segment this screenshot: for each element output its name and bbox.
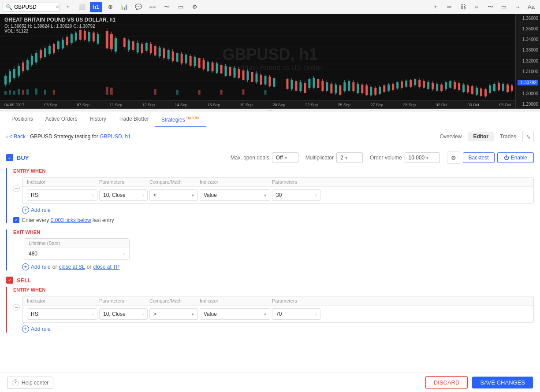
back-button[interactable]: ‹ < Back (6, 133, 26, 140)
buy-entry-checkbox[interactable]: ✓ (13, 217, 19, 223)
h1-timeframe-button[interactable]: h1 (90, 2, 102, 12)
layout-button[interactable]: ⬜ (76, 2, 88, 12)
sell-add-icon: + (22, 325, 29, 333)
expand-button[interactable]: ⤡ (522, 131, 534, 142)
buy-ticks-link[interactable]: 0.003 ticks below (51, 217, 91, 223)
chart-type-button[interactable]: 📊 (118, 2, 130, 12)
buy-indicator2-select[interactable]: Value ▾ (200, 189, 270, 201)
max-open-deals-select[interactable]: Off ▾ (272, 152, 298, 163)
plus-icon: ✕ (56, 4, 59, 9)
help-center-button[interactable]: ? Help center (7, 377, 53, 389)
sell-indicator-select[interactable]: RSI › (27, 308, 97, 320)
buy-exit-rule-table: Lifetime (Bars) 480 › (24, 238, 130, 260)
magnet-button[interactable]: ⛓ (457, 2, 469, 12)
wave-button[interactable]: 〜 (484, 2, 496, 12)
buy-add-rule-button[interactable]: Add rule (31, 207, 51, 213)
buy-ind2-chevron: ▾ (264, 193, 266, 198)
sell-add-rule-button[interactable]: Add rule (31, 326, 51, 332)
buy-label: BUY (17, 155, 29, 161)
sell-rule-header: Indicator Parameters Compare/Math Indica… (22, 296, 533, 306)
indicators-button[interactable]: 💬 (132, 2, 145, 12)
order-volume-chevron-icon: ▾ (426, 155, 428, 160)
tab-history[interactable]: History (83, 112, 112, 126)
pencil-button[interactable]: ✏ (443, 2, 455, 12)
multiplicator-select[interactable]: 2 ▾ (336, 152, 363, 163)
right-tools: + ✏ ⛓ ≡ 〜 ▭ → Aa (429, 2, 537, 12)
sell-parameters-select[interactable]: 10, Close › (99, 308, 148, 320)
price-2: 1.35000 (518, 26, 538, 31)
svg-rect-136 (106, 87, 108, 95)
tab-editor[interactable]: Editor (468, 132, 494, 141)
sell-rule-line: − (13, 296, 19, 311)
settings-button[interactable]: ⚙ (447, 152, 460, 164)
object-tree-button[interactable]: ▭ (175, 2, 187, 12)
backtest-button[interactable]: Backtest (463, 152, 495, 163)
settings-chart-button[interactable]: ⚙ (189, 2, 201, 12)
crosshair-button[interactable]: ⊕ (104, 2, 116, 12)
order-volume-select[interactable]: 10 000 ▾ (405, 152, 440, 163)
editor-buy-section: ✓ BUY Max. open deals Off ▾ Multiplicato… (0, 146, 540, 344)
svg-rect-129 (13, 91, 15, 95)
tab-trade-blotter[interactable]: Trade Blotter (112, 112, 155, 126)
strategy-editor: ‹ < Back GBPUSD Strategy testing for GBP… (0, 127, 540, 392)
plus-right-button[interactable]: + (429, 2, 442, 12)
lifetime-col-label: Lifetime (Bars) (29, 240, 60, 246)
strategy-title-link[interactable]: GBPUSD, h1 (100, 133, 131, 140)
text-button[interactable]: Aa (525, 2, 537, 12)
sell-rule-minus-button[interactable]: − (13, 304, 20, 311)
time-3: 07 Sep (77, 103, 90, 107)
rect-button[interactable]: ▭ (498, 2, 510, 12)
save-changes-button[interactable]: SAVE CHANGES (472, 377, 533, 388)
buy-parameters2-select[interactable]: 30 › (272, 189, 320, 201)
search-box[interactable]: 🔍 ✕ (3, 3, 60, 11)
alerts-button[interactable]: 〜 (160, 2, 173, 12)
tab-active-orders[interactable]: Active Orders (39, 112, 84, 126)
arrow-button[interactable]: → (511, 2, 524, 12)
sell-indicator2-select[interactable]: Value ▾ (200, 308, 270, 320)
price-3: 1.34000 (518, 37, 538, 42)
buy-compare-select[interactable]: < ▾ (149, 189, 198, 201)
buy-add-icon: + (22, 207, 29, 214)
search-input[interactable] (14, 4, 54, 10)
chart-svg (0, 14, 515, 101)
tab-trades[interactable]: Trades (495, 132, 521, 141)
price-5: 1.32000 (518, 59, 538, 63)
buy-indicator-select[interactable]: RSI › (27, 189, 97, 201)
buy-rule-minus-button[interactable]: − (13, 185, 20, 192)
buy-checkbox[interactable]: ✓ (6, 154, 13, 161)
sell-indicator-chevron: › (92, 312, 93, 317)
compare-button[interactable]: ≡≡ (146, 2, 159, 12)
tab-overview[interactable]: Overview (434, 132, 467, 141)
buy-entry-checkbox-row: ✓ Enter every 0.003 ticks below last ent… (13, 217, 534, 223)
sell-parameters-value: 10, Close (103, 311, 126, 317)
sell-parameters2-select[interactable]: 70 › (272, 308, 320, 320)
tab-positions[interactable]: Positions (5, 112, 39, 126)
buy-exit-add-rule-button[interactable]: Add rule (31, 264, 51, 270)
sell-label: SELL (17, 277, 31, 284)
time-13: 28 Sep (403, 103, 416, 107)
svg-rect-138 (154, 89, 156, 95)
buy-rule-container: − Indicator Parameters Compare/Math Indi… (13, 177, 534, 204)
time-8: 19 Sep (240, 103, 253, 107)
close-tp-link[interactable]: close at TP (93, 264, 119, 270)
buy-exit-add-icon: + (22, 263, 29, 270)
svg-rect-23 (40, 50, 42, 58)
footer-actions: DISCARD SAVE CHANGES (425, 376, 533, 389)
close-sl-link[interactable]: close at SL (59, 264, 85, 270)
or2-text: or (87, 264, 92, 270)
sell-compare-select[interactable]: > ▾ (149, 308, 198, 320)
buy-exit-add-row: + Add rule or close at SL or close at TP (22, 263, 534, 270)
tab-strategies[interactable]: Strategies builder (155, 112, 206, 127)
lines-button[interactable]: ≡ (470, 2, 483, 12)
sell-entry-block: ENTRY WHEN − Indicator Parameters Compar… (6, 287, 534, 333)
add-symbol-button[interactable]: + (62, 2, 74, 12)
buy-header-row: ✓ BUY Max. open deals Off ▾ Multiplicato… (6, 152, 534, 164)
indicator2-col-label: Indicator (200, 179, 270, 185)
enable-button[interactable]: ⏻ Enable (497, 152, 534, 163)
buy-exit-when-label: EXIT WHEN (13, 229, 534, 235)
editor-view-tabs: Overview Editor Trades ⤡ (434, 131, 534, 142)
sell-rule-table: Indicator Parameters Compare/Math Indica… (22, 296, 534, 323)
discard-button[interactable]: DISCARD (425, 376, 468, 389)
sell-checkbox[interactable]: ✓ (6, 277, 13, 284)
buy-parameters-select[interactable]: 10, Close › (99, 189, 148, 201)
